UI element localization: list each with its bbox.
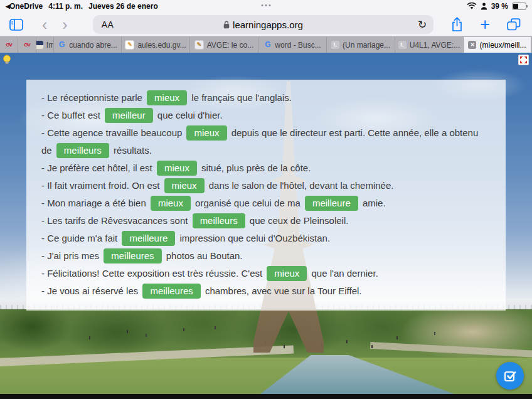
answer-word-button[interactable]: meilleure — [122, 231, 175, 246]
lock-icon — [223, 21, 230, 29]
image-favicon — [36, 41, 43, 49]
learningapps-favicon: L — [398, 41, 407, 49]
tab[interactable]: Gword - Busc... — [258, 37, 327, 53]
tab[interactable]: ✎AVGE: le co... — [190, 37, 258, 53]
share-button[interactable] — [451, 17, 463, 32]
battery-percent: 39 % — [491, 2, 508, 11]
sentence-text: - Cette agence travaille beaucoup — [41, 127, 184, 138]
sentence-text: que l'an dernier. — [309, 268, 378, 279]
sidebar-toggle-button[interactable] — [9, 19, 23, 31]
new-tab-button[interactable]: + — [480, 16, 490, 33]
google-favicon: G — [58, 41, 66, 49]
back-button[interactable]: ‹ — [42, 17, 47, 33]
aules-favicon: ✎ — [125, 40, 134, 50]
answer-word-button[interactable]: mieux — [151, 196, 191, 211]
forward-button[interactable]: › — [62, 17, 67, 33]
sentence-text: - Mon mariage a été bien — [41, 198, 149, 208]
sentence-text: - Les tarifs de Rêvesvacances sont — [41, 215, 191, 226]
learningapps-favicon: L — [331, 41, 339, 49]
sentence: - Ce guide m'a fait meilleure impression… — [41, 230, 491, 247]
sentence-text: - Ce guide m'a fait — [41, 233, 120, 243]
address-bar[interactable]: AA learningapps.org ↻ — [93, 15, 434, 34]
answer-word-button[interactable]: meilleurs — [56, 143, 109, 158]
sentence-text: - Ce buffet est — [41, 110, 103, 120]
ipad-screen: ◀ OneDrive 4:11 p. m. Jueves 26 de enero… — [0, 0, 532, 399]
sentence-text: - Il fait vraiment froid. On est — [41, 180, 162, 191]
tab-close-icon[interactable]: ✕ — [468, 41, 476, 49]
answer-word-button[interactable]: mieux — [186, 125, 226, 141]
answer-word-button[interactable]: mieux — [164, 178, 205, 193]
tab-label: Im — [46, 41, 54, 50]
battery-icon — [512, 3, 526, 10]
sentence-text: dans le salon de l'hôtel, devant la chem… — [206, 180, 394, 191]
tab[interactable]: LU4L1, AVGE:... — [395, 37, 464, 53]
tab-label: U4L1, AVGE:... — [410, 41, 460, 50]
sentence: - Cette agence travaille beaucoup mieux … — [41, 124, 491, 159]
sentence: - Ce buffet est meilleur que celui d'hie… — [41, 107, 491, 124]
sentence-text: organisé que celui de ma — [193, 198, 303, 208]
tabs-overview-button[interactable] — [507, 18, 521, 31]
answer-word-button[interactable]: meilleure — [305, 196, 358, 211]
sentence-text: - Je vous ai réservé les — [41, 285, 141, 296]
tab-label: (mieux/meill... — [479, 41, 526, 50]
sentence-text: photos au Boutan. — [164, 250, 243, 261]
tab-label: aules.edu.gv... — [137, 41, 186, 50]
doc-favicon: ✎ — [194, 40, 204, 50]
sentence-text: amie. — [360, 198, 386, 208]
answer-word-button[interactable]: mieux — [147, 90, 187, 105]
sentence: - Félicitations! Cette exposition est tr… — [41, 265, 491, 282]
sentence: - Il fait vraiment froid. On est mieux d… — [41, 177, 491, 194]
exercise-panel: - Le réceptionniste parle mieux le franç… — [26, 80, 506, 311]
sentence: - Le réceptionniste parle mieux le franç… — [41, 89, 491, 107]
tab[interactable]: GV — [18, 37, 36, 53]
hint-lightbulb-button[interactable] — [3, 55, 11, 66]
sentence-text: impression que celui d'Ouzbékistan. — [177, 233, 330, 243]
tab[interactable]: GV — [0, 37, 18, 53]
sentence-text: que ceux de Pleinsoleil. — [247, 215, 349, 226]
answer-word-button[interactable]: mieux — [157, 161, 197, 176]
safari-toolbar: ‹ › AA learningapps.org ↻ + — [0, 13, 532, 36]
answer-word-button[interactable]: meilleurs — [193, 213, 245, 228]
multitask-dots[interactable] — [262, 4, 271, 6]
grass-ground — [0, 358, 532, 394]
status-time: 4:11 p. m. — [48, 2, 83, 11]
tab[interactable]: Gcuando abre... — [54, 37, 122, 53]
tab-label: AVGE: le co... — [207, 41, 253, 50]
reload-button[interactable]: ↻ — [418, 18, 427, 31]
battery-fill — [513, 4, 518, 9]
status-bar: ◀ OneDrive 4:11 p. m. Jueves 26 de enero… — [0, 0, 532, 13]
sentence-text: - J'ai pris mes — [41, 250, 102, 261]
back-to-app-label: OneDrive — [9, 2, 43, 11]
tab[interactable]: Im — [36, 37, 54, 53]
tab-label: (Un mariage... — [343, 41, 390, 50]
answer-word-button[interactable]: meilleur — [105, 108, 153, 123]
google-favicon: G — [263, 41, 272, 49]
reader-button[interactable]: AA — [93, 19, 114, 29]
sentence-text: - Félicitations! Cette exposition est tr… — [41, 268, 265, 279]
status-date: Jueves 26 de enero — [88, 2, 158, 11]
back-to-app-button[interactable]: ◀ OneDrive — [6, 2, 43, 11]
gva-favicon: GV — [23, 41, 31, 49]
tab-strip: GVGVImGcuando abre...✎aules.edu.gv...✎AV… — [0, 36, 532, 53]
tab[interactable]: L(Un mariage... — [327, 37, 395, 53]
tab[interactable]: ✎aules.edu.gv... — [122, 37, 190, 53]
answer-word-button[interactable]: meilleures — [142, 284, 200, 299]
sentence: - Mon mariage a été bien mieux organisé … — [41, 194, 491, 212]
tab-label: cuando abre... — [69, 41, 117, 50]
sentence: - Je vous ai réservé les meilleures cham… — [41, 282, 491, 300]
sentence: - J'ai pris mes meilleures photos au Bou… — [41, 247, 491, 265]
exit-fullscreen-button[interactable] — [518, 55, 529, 65]
photo-bottom-strip — [0, 394, 532, 399]
gva-favicon: GV — [5, 41, 13, 49]
sentence-text: - Le réceptionniste parle — [41, 92, 145, 103]
web-content: - Le réceptionniste parle mieux le franç… — [0, 53, 532, 399]
check-answers-button[interactable] — [496, 362, 524, 390]
sentence-text: que celui d'hier. — [155, 110, 223, 120]
tab-active[interactable]: ✕(mieux/meill... — [464, 37, 531, 53]
wifi-icon — [467, 3, 477, 10]
sentence: - Je préfère cet hôtel, il est mieux sit… — [41, 159, 491, 177]
answer-word-button[interactable]: meilleures — [104, 248, 161, 263]
sentence: - Les tarifs de Rêvesvacances sont meill… — [41, 212, 491, 230]
url-text: learningapps.org — [233, 19, 303, 30]
answer-word-button[interactable]: mieux — [267, 266, 307, 281]
